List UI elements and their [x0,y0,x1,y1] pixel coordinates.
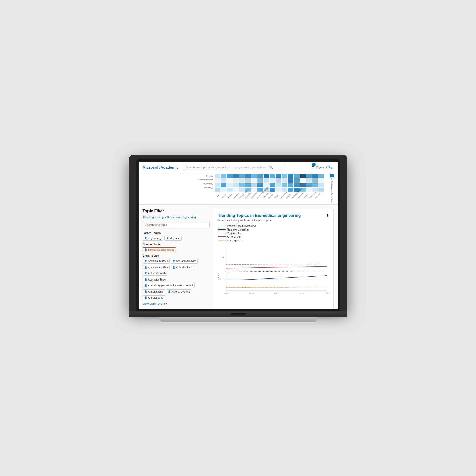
download-button[interactable]: ⬇ [326,213,329,217]
tag-anatomical-orifice[interactable]: 👤 Anatomical orifice [143,265,170,270]
svg-rect-34 [312,178,318,183]
svg-rect-19 [221,178,226,183]
cite-button[interactable]: ❝ 1 [311,164,314,170]
svg-rect-69 [306,188,312,192]
tag-antiseptic-swab[interactable]: 👤 Antiseptic swab [143,271,167,276]
right-panel: Trending Topics in Biomedical engineerin… [214,209,334,309]
svg-rect-61 [257,188,263,192]
heatmap-svg [215,174,326,194]
tag-artificial-bone[interactable]: 👤 Artificial bone [143,289,165,294]
svg-rect-10 [276,174,281,178]
chart-legend: Patient-Specific Modeling Neural enginee… [218,225,329,242]
tag-artificial-joints[interactable]: 👤 Artificial joints [143,295,165,300]
tag-artificial-eye[interactable]: 👤 Artificial eye lens [166,289,192,294]
left-panel: Topic Filter All > Engineering > Biomedi… [143,209,214,309]
svg-rect-0 [215,174,220,178]
person-icon-med: 👤 [166,237,169,239]
signup-link[interactable]: Sign up / Sign [316,166,334,169]
svg-rect-41 [245,183,251,187]
tag-arterial-oxygen[interactable]: 👤 Arterial oxygen saturation measurement [143,283,195,288]
svg-rect-12 [288,174,293,178]
person-icon-2: 👤 [172,260,175,262]
svg-text:2016: 2016 [249,292,254,294]
svg-rect-39 [233,183,239,187]
breadcrumb-engineering[interactable]: Engineering [149,216,164,219]
svg-rect-58 [239,188,245,192]
svg-rect-35 [318,178,324,183]
legend-label: Patient-Specific Modeling [227,225,256,227]
svg-text:10k: 10k [221,256,224,258]
tag-label: Artificial joints [148,296,163,299]
svg-rect-1 [221,174,226,178]
person-icon-1: 👤 [144,260,147,262]
svg-rect-14 [300,174,306,178]
svg-rect-36 [215,183,220,187]
svg-rect-9 [270,174,275,178]
tag-label: Anatomic Surface [148,260,168,262]
heatmap-section: Physics Political science Psychology Soc… [139,173,338,205]
legend-label: Neural engineering [227,228,249,231]
svg-rect-65 [282,188,287,192]
tag-label: Arterial oxygen saturation measurement [148,284,193,287]
trending-prefix: Trending Topics in [218,213,254,218]
svg-rect-7 [257,174,263,178]
svg-rect-22 [239,178,245,183]
svg-rect-28 [276,178,281,183]
svg-rect-30 [288,178,293,183]
svg-rect-42 [251,183,257,187]
svg-rect-57 [233,188,239,192]
svg-text:2019: 2019 [325,292,329,294]
search-icon[interactable]: 🔍 [269,165,273,169]
tag-anatomic-surface[interactable]: 👤 Anatomic Surface [143,259,170,264]
svg-rect-47 [282,183,287,187]
svg-rect-46 [276,183,281,187]
tag-biomedical[interactable]: 👤 Biomedical engineering [143,247,176,252]
svg-rect-6 [251,174,257,178]
cite-badge: 1 [312,163,316,166]
tag-label: Anatomical cavity [176,260,196,262]
parent-topics-label: Parent Topics [143,231,210,234]
trending-topic: Biomedical engineering [255,213,301,218]
svg-rect-44 [264,183,269,187]
tag-applicator-tube[interactable]: 👤 Applicator Tube [143,277,168,282]
svg-rect-55 [221,188,226,192]
legend-neural: Neural engineering [218,228,329,231]
tag-label: Animal subject [176,266,192,269]
app-logo[interactable]: Microsoft Academic [143,165,179,169]
legend-artificial-skin: Artificial skin [218,235,329,238]
svg-rect-29 [282,178,287,183]
global-search-bar[interactable]: Search any topic, author, journal, etc. … [184,164,285,170]
svg-rect-43 [257,183,263,187]
svg-rect-16 [312,174,318,178]
view-more-button[interactable]: View More (140+) ▾ [143,302,210,305]
heatmap-row-physics: Physics [199,174,213,178]
person-icon-8: 👤 [144,290,147,293]
heatmap-right: Art Biology Business Chemistry Computer … [215,174,326,201]
svg-rect-54 [215,188,220,192]
person-icon-4: 👤 [172,266,175,269]
tag-label: Biomedical engineering [148,248,174,251]
tag-anatomical-cavity[interactable]: 👤 Anatomical cavity [171,259,198,264]
svg-rect-51 [306,183,312,187]
nav-right: ❝ 1 Sign up / Sign [311,164,334,170]
svg-rect-13 [294,174,300,178]
tag-animal-subject[interactable]: 👤 Animal subject [171,265,194,270]
navbar: Microsoft Academic Search any topic, aut… [139,162,338,173]
svg-rect-38 [227,183,233,187]
trending-title: Trending Topics in Biomedical engineerin… [218,213,301,218]
topic-search-input[interactable] [143,222,210,228]
child-tags-row-1: 👤 Anatomic Surface 👤 Anatomical cavity [143,259,210,264]
breadcrumb-all[interactable]: All [143,216,146,219]
svg-text:2018: 2018 [299,292,304,294]
tag-label: Anatomical orifice [148,266,168,269]
breadcrumb-current[interactable]: Biomedical engineering [167,216,196,219]
svg-rect-5 [245,174,251,178]
heatmap-area: Physics Political science Psychology Soc… [199,174,334,202]
laptop-wrapper: Microsoft Academic Search any topic, aut… [129,155,347,322]
legend-regeneration: Regeneration [218,232,329,235]
tag-medicine[interactable]: 👤 Medicine [164,236,182,241]
tag-label: Applicator Tube [148,278,166,281]
svg-rect-17 [318,174,324,178]
tag-engineering[interactable]: 👤 Engineering [143,236,163,241]
legend-line-skin [218,236,226,237]
